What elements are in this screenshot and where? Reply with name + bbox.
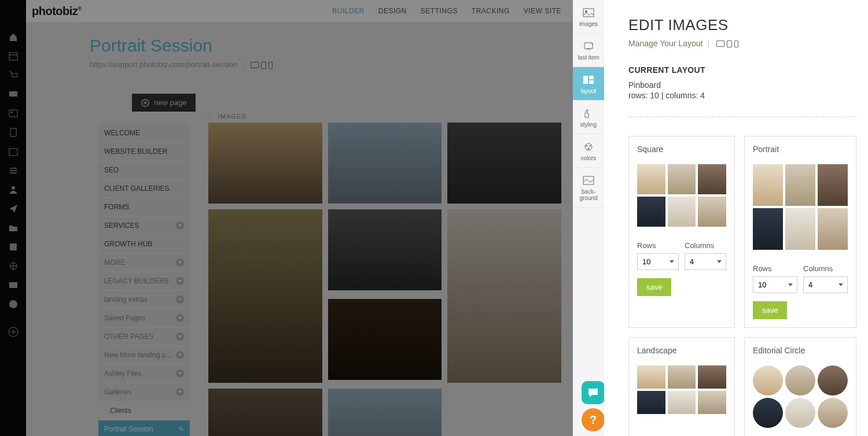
rows-select[interactable]: 10: [753, 276, 797, 293]
gallery-image[interactable]: [328, 389, 442, 436]
gallery-image[interactable]: [208, 209, 322, 383]
preview-thumb: [637, 164, 665, 194]
edit-icon[interactable]: ✎: [178, 425, 184, 433]
cart-icon[interactable]: [8, 70, 19, 80]
sidebar-item[interactable]: GROWTH HUB: [98, 235, 190, 253]
chat-fab[interactable]: [582, 381, 605, 404]
tablet-icon[interactable]: [727, 40, 732, 47]
help-fab[interactable]: ?: [582, 408, 605, 431]
sidebar-item[interactable]: FORMS: [98, 198, 190, 216]
sidebar-item[interactable]: SEO: [98, 161, 190, 179]
puzzle-icon[interactable]: [8, 242, 19, 252]
svg-point-21: [590, 145, 591, 147]
content-section-header: ⋮⋮IMAGES: [200, 113, 247, 120]
send-icon[interactable]: [8, 204, 19, 214]
chevron-down-icon: [176, 388, 184, 396]
rows-label: Rows: [753, 264, 797, 273]
option-title: Portrait: [753, 145, 848, 154]
cols-select[interactable]: 4: [803, 276, 848, 293]
preview-thumb: [637, 391, 665, 414]
users-icon[interactable]: [8, 184, 19, 195]
gallery-image[interactable]: [208, 389, 322, 436]
chat-icon[interactable]: [8, 89, 19, 99]
panel-title: EDIT IMAGES: [628, 16, 856, 34]
gallery-image[interactable]: [447, 209, 561, 383]
sidebar-item-label: CLIENT GALLERIES: [104, 184, 170, 193]
svg-point-8: [12, 186, 15, 190]
list-icon[interactable]: [8, 165, 19, 176]
layout-option-card[interactable]: Landscape: [628, 337, 735, 436]
gallery-image[interactable]: [328, 209, 442, 290]
gallery-image[interactable]: [328, 299, 442, 380]
phone-icon[interactable]: [269, 62, 273, 69]
document-icon[interactable]: [8, 127, 19, 138]
tab-colors[interactable]: colors: [573, 134, 604, 168]
chevron-down-icon: [176, 370, 184, 378]
tab-background[interactable]: back- ground: [573, 168, 604, 208]
sidebar-item[interactable]: MORE: [98, 254, 190, 271]
nav-builder[interactable]: BUILDER: [332, 7, 365, 15]
mail-icon[interactable]: [8, 280, 19, 290]
preview-thumb: [698, 164, 726, 194]
image-icon[interactable]: [8, 108, 19, 119]
sidebar-item[interactable]: Ashley Files: [98, 365, 190, 382]
sidebar-item[interactable]: Portrait Session✎: [98, 420, 190, 436]
preview-thumb: [753, 164, 783, 206]
new-page-button[interactable]: new page: [132, 94, 196, 112]
gallery-image[interactable]: [208, 123, 322, 204]
option-preview: [637, 365, 726, 414]
nav-settings[interactable]: SETTINGS: [421, 7, 458, 15]
layout-option-card[interactable]: Editorial CircleMy Image TitleMy Image T…: [744, 337, 856, 436]
calendar-icon[interactable]: [8, 51, 19, 61]
sidebar-item[interactable]: SERVICES: [98, 217, 190, 234]
cols-label: Columns: [803, 264, 848, 273]
nav-design[interactable]: DESIGN: [378, 7, 407, 15]
sidebar-item[interactable]: WELCOME: [98, 124, 190, 142]
chevron-down-icon: [176, 351, 184, 359]
gallery-image[interactable]: [328, 123, 442, 204]
page-title: Portrait Session: [90, 36, 273, 56]
tab-last-item[interactable]: last item: [573, 34, 604, 67]
nav-tracking[interactable]: TRACKING: [472, 7, 510, 15]
folder-icon[interactable]: [8, 223, 19, 233]
save-button[interactable]: save: [637, 278, 671, 296]
option-title: Square: [637, 145, 726, 154]
globe-icon[interactable]: [8, 261, 19, 271]
sidebar-item-label: New More landing p...: [104, 351, 172, 359]
desktop-icon[interactable]: [251, 62, 259, 68]
sidebar-item[interactable]: OTHER PAGES: [98, 328, 190, 345]
sidebar-item[interactable]: CLIENT GALLERIES: [98, 180, 190, 197]
plus-icon: [141, 99, 149, 107]
sidebar-item[interactable]: landing extras: [98, 291, 190, 308]
layout-option-card[interactable]: PortraitRows10Columns4save: [744, 136, 856, 328]
nav-viewsite[interactable]: VIEW SITE: [524, 7, 561, 15]
svg-rect-6: [10, 128, 16, 136]
sidebar-item[interactable]: Saved Pages: [98, 309, 190, 327]
cols-select[interactable]: 4: [685, 253, 726, 270]
svg-rect-17: [589, 76, 594, 79]
desktop-icon[interactable]: [716, 40, 724, 47]
save-button[interactable]: save: [753, 301, 787, 319]
sidebar-item[interactable]: Galleries: [98, 383, 190, 401]
tab-layout[interactable]: layout: [573, 67, 604, 101]
drag-icon[interactable]: ⋮⋮: [200, 113, 214, 120]
sidebar-item[interactable]: WEBSITE BUILDER: [98, 143, 190, 160]
add-icon[interactable]: [8, 327, 19, 337]
sidebar-item[interactable]: LEGACY BUILDERS: [98, 272, 190, 290]
option-preview: [753, 164, 848, 250]
sidebar-item[interactable]: New More landing p...: [98, 346, 190, 364]
rows-select[interactable]: 10: [637, 253, 679, 270]
tablet-icon[interactable]: [261, 62, 266, 69]
gallery-image[interactable]: [447, 123, 561, 204]
option-controls: Rows10Columns4: [637, 241, 726, 270]
chevron-down-icon: [176, 277, 184, 285]
tab-images[interactable]: images: [573, 0, 604, 34]
layout-options-grid: SquareRows10Columns4savePortraitRows10Co…: [628, 136, 856, 436]
sidebar-item[interactable]: Clients: [98, 402, 190, 419]
profile-icon[interactable]: [8, 299, 19, 309]
schedule-icon[interactable]: [8, 146, 19, 157]
home-icon[interactable]: [8, 32, 19, 42]
tab-styling[interactable]: styling: [573, 101, 604, 134]
layout-option-card[interactable]: SquareRows10Columns4save: [628, 136, 735, 328]
phone-icon[interactable]: [734, 40, 738, 47]
